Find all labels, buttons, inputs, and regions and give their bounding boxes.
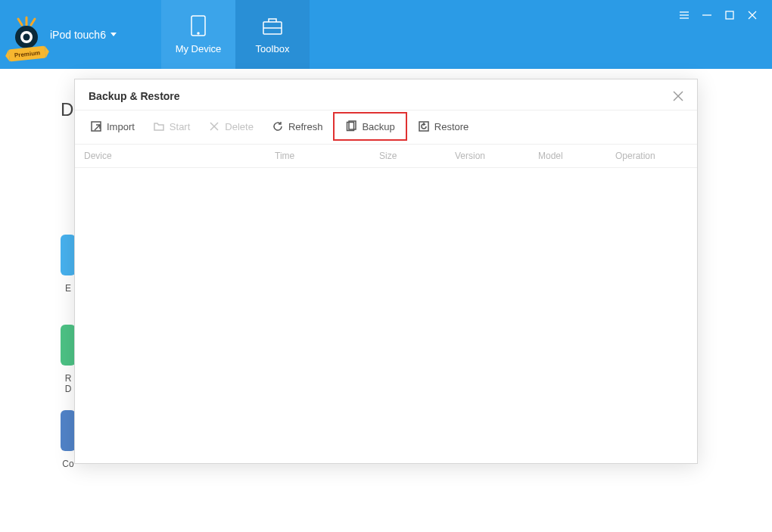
side-card-label: E	[61, 283, 76, 294]
minimize-icon[interactable]	[701, 9, 713, 21]
backup-restore-dialog: Backup & Restore Import Start Delete Ref…	[74, 79, 698, 464]
device-name-label: iPod touch6	[50, 29, 106, 41]
svg-point-2	[23, 33, 30, 40]
toolbox-icon	[260, 14, 285, 37]
dialog-title: Backup & Restore	[89, 90, 180, 102]
refresh-icon	[272, 120, 284, 132]
app-header: Premium iPod touch6 My Device Toolbox	[0, 0, 772, 69]
chevron-down-icon	[111, 33, 117, 36]
delete-button: Delete	[201, 115, 261, 138]
folder-icon	[153, 120, 165, 132]
refresh-button[interactable]: Refresh	[264, 115, 331, 138]
side-card-label: R D	[61, 373, 76, 395]
side-card-peek-1: E	[61, 235, 76, 294]
maximize-icon[interactable]	[724, 9, 736, 21]
restore-icon	[418, 120, 430, 132]
dialog-toolbar: Import Start Delete Refresh Backup Resto…	[75, 110, 697, 145]
tab-toolbox[interactable]: Toolbox	[235, 0, 310, 69]
tablet-icon	[185, 14, 211, 37]
device-selector[interactable]: iPod touch6	[50, 29, 117, 41]
tab-my-device[interactable]: My Device	[161, 0, 235, 69]
dialog-close-icon[interactable]	[673, 91, 683, 101]
tab-label: Toolbox	[256, 43, 290, 54]
side-card-block[interactable]	[61, 410, 76, 451]
restore-button[interactable]: Restore	[410, 115, 477, 138]
menu-icon[interactable]	[678, 9, 690, 21]
col-device[interactable]: Device	[84, 151, 275, 161]
start-button: Start	[145, 115, 198, 138]
close-icon[interactable]	[746, 9, 758, 21]
import-icon	[90, 120, 102, 132]
side-card-peek-2: R D	[61, 325, 76, 395]
backup-icon	[345, 120, 357, 132]
svg-rect-16	[92, 122, 101, 131]
app-logo: Premium	[11, 16, 42, 54]
tab-label: My Device	[176, 43, 222, 54]
svg-rect-11	[726, 11, 733, 19]
window-controls	[678, 0, 772, 69]
col-version[interactable]: Version	[455, 151, 538, 161]
table-header: Device Time Size Version Model Operation	[75, 145, 697, 168]
backup-button[interactable]: Backup	[333, 112, 406, 141]
col-operation[interactable]: Operation	[615, 151, 688, 161]
svg-point-4	[198, 33, 199, 34]
side-card-peek-3: Co	[61, 410, 76, 469]
side-card-block[interactable]	[61, 235, 76, 275]
logo-area[interactable]: Premium iPod touch6	[0, 0, 161, 69]
side-card-label: Co	[61, 459, 76, 469]
delete-icon	[208, 120, 220, 132]
import-button[interactable]: Import	[82, 115, 142, 138]
col-time[interactable]: Time	[275, 151, 379, 161]
col-model[interactable]: Model	[538, 151, 615, 161]
col-size[interactable]: Size	[379, 151, 455, 161]
dialog-titlebar: Backup & Restore	[75, 79, 697, 110]
side-card-block[interactable]	[61, 325, 76, 366]
